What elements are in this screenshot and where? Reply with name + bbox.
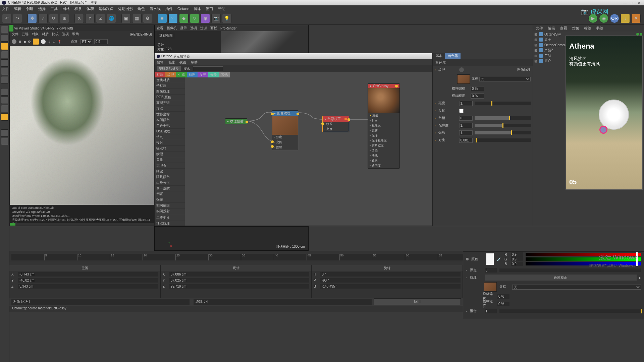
lv-pick-icon[interactable]: ◎ bbox=[48, 40, 51, 44]
lv-stop-icon[interactable]: ■ bbox=[24, 40, 26, 44]
axis-z-toggle[interactable]: Z bbox=[96, 14, 105, 23]
hue-input[interactable]: 0 bbox=[459, 116, 473, 121]
point-mode[interactable] bbox=[1, 59, 8, 67]
axis-mode[interactable] bbox=[1, 51, 8, 58]
mat-tab-shader[interactable]: 着色器 bbox=[445, 53, 461, 59]
texture-slot[interactable]: 色彩校正 bbox=[485, 275, 637, 281]
render-region-button[interactable]: ▦ bbox=[132, 14, 142, 23]
om-menu-edit[interactable]: 编辑 bbox=[548, 26, 555, 31]
invert-checkbox[interactable] bbox=[459, 109, 464, 113]
node-list-item[interactable]: 世界坐标 bbox=[155, 112, 185, 117]
gamma-slider[interactable] bbox=[475, 131, 531, 134]
move-tool[interactable]: ✥ bbox=[28, 14, 37, 23]
ne-menu-create[interactable]: 创建 bbox=[168, 60, 175, 65]
texture-thumbnail[interactable] bbox=[457, 74, 470, 84]
node-list[interactable]: 金质材质子材质图像纹理RGB 颜色高斯光谱浮点世界坐标实例颜色单色干扰OSL 纹… bbox=[155, 77, 185, 226]
lv-menu-options[interactable]: 选项 bbox=[62, 32, 69, 37]
ne-tab-medium[interactable]: 介质 bbox=[208, 72, 219, 77]
vp-menu-panel[interactable]: 面板 bbox=[210, 26, 217, 31]
texture-mode[interactable] bbox=[1, 34, 8, 42]
menu-file[interactable]: 文件 bbox=[2, 6, 9, 11]
lv-menu-mat[interactable]: 材质 bbox=[42, 32, 49, 37]
axis-x-toggle[interactable]: X bbox=[74, 14, 84, 23]
lv-pause-icon[interactable]: ⏸ bbox=[18, 40, 22, 44]
pos-z-input[interactable]: 3.343 cm bbox=[18, 284, 158, 289]
om-menu-tags[interactable]: 标签 bbox=[584, 26, 591, 31]
close-button[interactable]: ✕ bbox=[636, 1, 642, 5]
lv-channel-select[interactable]: PT bbox=[80, 39, 92, 44]
generator-button[interactable]: ◆ bbox=[179, 14, 189, 23]
brightness-input[interactable]: 1. bbox=[459, 101, 473, 106]
timeline-marker[interactable] bbox=[9, 25, 13, 32]
ne-menu-edit[interactable]: 编辑 bbox=[157, 60, 163, 65]
node-list-item[interactable]: OSL 纹理 bbox=[155, 129, 185, 134]
node-list-item[interactable]: 暴一波纹 bbox=[155, 186, 185, 191]
node-list-item[interactable]: 纹理 bbox=[155, 152, 185, 157]
ne-tab-emit[interactable]: 发光 bbox=[198, 72, 208, 77]
brightness-slider[interactable] bbox=[475, 102, 531, 105]
node-list-item[interactable]: 随机颜色 bbox=[155, 174, 185, 180]
saturation-input[interactable]: 1. bbox=[459, 123, 473, 128]
lv-menu-obj[interactable]: 对象 bbox=[32, 32, 39, 37]
attr-offset-input[interactable]: 0 % bbox=[497, 294, 509, 299]
lv-menu-help[interactable]: 帮助 bbox=[72, 32, 79, 37]
color-r-input[interactable]: 0.9 bbox=[511, 252, 523, 257]
menu-create[interactable]: 创建 bbox=[26, 6, 34, 11]
attr-texture-thumb[interactable] bbox=[484, 282, 497, 292]
ne-tab-gen[interactable]: 生成 bbox=[176, 72, 187, 77]
menu-mograph[interactable]: 运动图形 bbox=[118, 6, 133, 11]
menu-octane[interactable]: Octane bbox=[177, 7, 189, 11]
node-list-item[interactable]: 顶点纹理 bbox=[155, 221, 185, 226]
lv-menu-file[interactable]: 文件 bbox=[12, 32, 18, 37]
material-channel-port[interactable]: ◦ 胶片宽度 bbox=[368, 143, 399, 148]
node-list-item[interactable]: 大理石 bbox=[155, 163, 185, 169]
world-axis-toggle[interactable]: 🌐 bbox=[107, 14, 116, 23]
node-list-item[interactable]: 细波 bbox=[155, 169, 185, 174]
lv-exposure-input[interactable] bbox=[94, 39, 108, 44]
float-slider[interactable] bbox=[499, 268, 641, 272]
material-channel-port[interactable]: ◦ 光泽粗糙度 bbox=[368, 138, 399, 143]
size-z-input[interactable]: 99.719 cm bbox=[169, 284, 310, 289]
blur-offset-input[interactable]: 0 % bbox=[471, 86, 484, 91]
node-list-item[interactable]: 二维变换 bbox=[155, 215, 185, 221]
vp-menu-filter[interactable]: 过滤 bbox=[200, 26, 207, 31]
menu-edit[interactable]: 编辑 bbox=[14, 6, 21, 11]
size-y-input[interactable]: 67.025 cm bbox=[169, 278, 310, 283]
contrast-slider[interactable] bbox=[475, 138, 531, 142]
node-texture-projection[interactable]: ▾ 纹理投射 bbox=[225, 118, 247, 124]
lv-menu-cloud[interactable]: 云端 bbox=[22, 32, 29, 37]
vp-menu-display[interactable]: 显示 bbox=[180, 26, 187, 31]
color-b-input[interactable]: 0.9 bbox=[511, 262, 523, 266]
minimize-button[interactable]: — bbox=[622, 1, 628, 5]
om-menu-file[interactable]: 文件 bbox=[536, 26, 543, 31]
light-button[interactable]: 💡 bbox=[222, 14, 231, 23]
axis-y-toggle[interactable]: Y bbox=[85, 14, 95, 23]
menu-pipeline[interactable]: 流水线 bbox=[150, 6, 161, 11]
tweaks-mode[interactable] bbox=[1, 88, 8, 96]
maximize-button[interactable]: □ bbox=[629, 1, 635, 5]
ne-tab-other[interactable]: 其他 bbox=[219, 72, 230, 77]
node-list-item[interactable]: 子材质 bbox=[155, 83, 185, 89]
xray-toggle[interactable] bbox=[1, 138, 8, 145]
ne-tab-tex[interactable]: 纹理 bbox=[165, 72, 176, 77]
node-color-correction[interactable]: ▾ 色彩校正 ◦ 纹理 ◦ 亮度 bbox=[322, 116, 349, 132]
material-channel-port[interactable]: ◦ 折射 bbox=[368, 118, 399, 123]
menu-volume[interactable]: 体积 bbox=[87, 6, 94, 11]
mix-input[interactable]: 1. bbox=[485, 309, 497, 313]
material-channel-port[interactable]: ◦ 光泽 bbox=[368, 133, 399, 138]
material-channel-port[interactable]: ◦ 透明度 bbox=[368, 163, 399, 168]
apply-button[interactable]: 应用 bbox=[374, 298, 461, 305]
pos-x-input[interactable]: -0.743 cm bbox=[18, 272, 158, 277]
menu-mesh[interactable]: 网格 bbox=[62, 6, 70, 11]
gamma-input[interactable]: 1. bbox=[459, 130, 473, 135]
node-list-item[interactable]: 金质材质 bbox=[155, 77, 185, 83]
ne-menu-view[interactable]: 视图 bbox=[179, 60, 186, 65]
spline-primitive[interactable]: 〰 bbox=[168, 14, 178, 23]
hue-slider[interactable] bbox=[475, 116, 531, 120]
menu-motrack[interactable]: 运动跟踪 bbox=[99, 6, 113, 11]
node-list-item[interactable]: 实例投射 bbox=[155, 208, 185, 214]
soft-select[interactable] bbox=[1, 113, 8, 121]
color-g-input[interactable]: 0.9 bbox=[511, 257, 523, 261]
menu-tools[interactable]: 工具 bbox=[50, 6, 58, 11]
rot-b-input[interactable]: -148.495 ° bbox=[320, 284, 461, 289]
